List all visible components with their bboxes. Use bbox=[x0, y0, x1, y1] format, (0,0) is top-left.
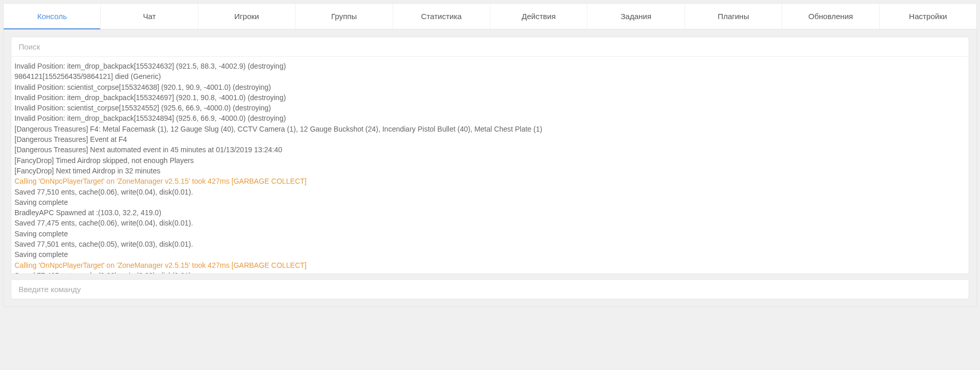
log-output[interactable]: Invalid Position: item_drop_backpack[155… bbox=[11, 57, 969, 274]
tab-label: Настройки bbox=[909, 12, 947, 21]
command-panel bbox=[11, 279, 969, 299]
tab-bar: Консоль Чат Игроки Группы Статистика Дей… bbox=[4, 4, 976, 29]
tab-label: Чат bbox=[143, 12, 156, 21]
search-box bbox=[11, 37, 969, 57]
log-line: Saving complete bbox=[13, 197, 968, 207]
tab-plugins[interactable]: Плагины bbox=[685, 4, 782, 29]
content-area: Invalid Position: item_drop_backpack[155… bbox=[4, 29, 976, 307]
tab-actions[interactable]: Действия bbox=[490, 4, 587, 29]
tab-label: Действия bbox=[522, 12, 556, 21]
tab-chat[interactable]: Чат bbox=[101, 4, 198, 29]
log-line: Invalid Position: scientist_corpse[15532… bbox=[13, 103, 968, 113]
log-line: Saved 77,510 ents, cache(0.06), write(0.… bbox=[13, 187, 968, 197]
command-input[interactable] bbox=[19, 285, 961, 294]
log-line: Saved 77,485 ents, cache(0.06), write(0.… bbox=[13, 270, 968, 274]
log-line: [Dangerous Treasures] Next automated eve… bbox=[13, 144, 968, 155]
log-line: [FancyDrop] Timed Airdrop skipped, not e… bbox=[13, 155, 968, 166]
tab-groups[interactable]: Группы bbox=[295, 4, 393, 29]
log-line: [Dangerous Treasures] F4: Metal Facemask… bbox=[13, 124, 968, 134]
log-lines: Invalid Position: item_drop_backpack[155… bbox=[12, 61, 968, 274]
tab-label: Задания bbox=[620, 12, 651, 21]
log-line: [FancyDrop] Next timed Airdrop in 32 min… bbox=[13, 166, 968, 176]
log-line: BradleyAPC Spawned at :(103.0, 32.2, 419… bbox=[13, 207, 968, 218]
log-line: Invalid Position: item_drop_backpack[155… bbox=[13, 113, 968, 123]
log-line: Invalid Position: item_drop_backpack[155… bbox=[13, 61, 968, 71]
tab-settings[interactable]: Настройки bbox=[880, 4, 976, 29]
tab-console[interactable]: Консоль bbox=[4, 4, 101, 29]
tab-stats[interactable]: Статистика bbox=[393, 4, 490, 29]
log-line: Calling 'OnNpcPlayerTarget' on 'ZoneMana… bbox=[13, 176, 968, 186]
tab-label: Консоль bbox=[37, 12, 67, 21]
tab-label: Обновления bbox=[808, 12, 853, 21]
log-line: Saving complete bbox=[13, 229, 968, 239]
tab-label: Игроки bbox=[235, 12, 259, 21]
log-line: Saved 77,501 ents, cache(0.05), write(0.… bbox=[13, 239, 968, 249]
log-line: Calling 'OnNpcPlayerTarget' on 'ZoneMana… bbox=[13, 260, 968, 270]
log-line: 9864121[155256435/9864121] died (Generic… bbox=[13, 71, 968, 82]
tab-tasks[interactable]: Задания bbox=[587, 4, 685, 29]
log-line: [Dangerous Treasures] Event at F4 bbox=[13, 134, 968, 144]
tab-label: Группы bbox=[331, 12, 357, 21]
tab-players[interactable]: Игроки bbox=[198, 4, 295, 29]
app-shell: Консоль Чат Игроки Группы Статистика Дей… bbox=[3, 3, 977, 307]
log-line: Saved 77,475 ents, cache(0.06), write(0.… bbox=[13, 218, 968, 228]
tab-label: Статистика bbox=[421, 12, 462, 21]
log-line: Invalid Position: scientist_corpse[15532… bbox=[13, 82, 968, 92]
log-line: Invalid Position: item_drop_backpack[155… bbox=[13, 92, 968, 103]
tab-updates[interactable]: Обновления bbox=[782, 4, 879, 29]
tab-label: Плагины bbox=[718, 12, 749, 21]
console-panel: Invalid Position: item_drop_backpack[155… bbox=[11, 37, 969, 274]
search-input[interactable] bbox=[19, 42, 961, 51]
log-line: Saving complete bbox=[13, 249, 968, 260]
